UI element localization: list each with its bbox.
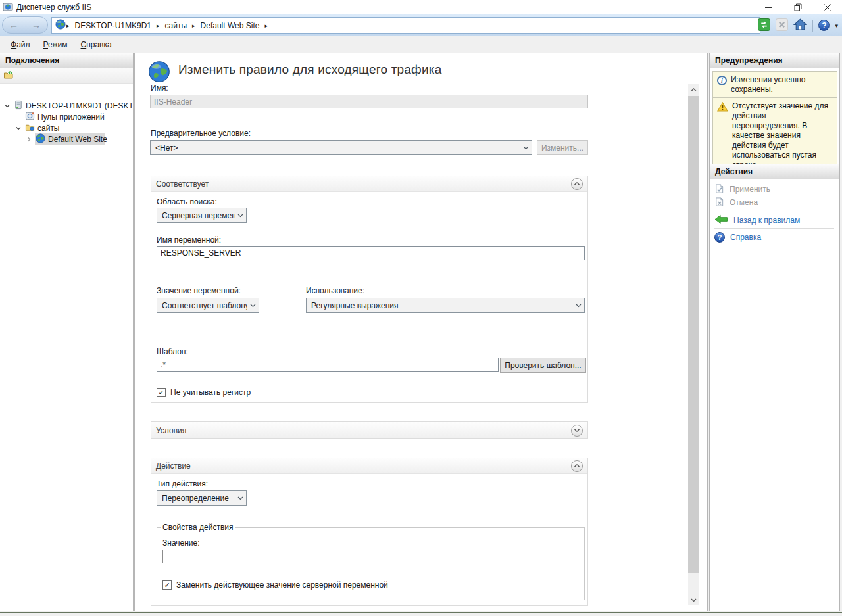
scroll-up-button[interactable]	[688, 84, 699, 95]
tree-item-label: DESKTOP-U1MK9D1 (DESKTOP	[26, 101, 133, 110]
variable-name-label: Имя переменной:	[157, 235, 221, 245]
back-arrow-icon	[714, 214, 728, 226]
cancel-label: Отмена	[730, 198, 758, 207]
stop-icon[interactable]	[776, 18, 788, 33]
edit-precondition-button[interactable]: Изменить...	[537, 140, 588, 155]
action-section-header: Действие	[151, 458, 587, 474]
test-pattern-button[interactable]: Проверить шаблон...	[500, 358, 586, 373]
apply-doc-icon	[714, 183, 724, 196]
collapse-chevron-up-icon[interactable]	[571, 178, 583, 190]
tree-collapsed-icon[interactable]	[25, 136, 33, 143]
page-globe-icon	[148, 60, 170, 85]
collapse-chevron-up-icon[interactable]	[571, 460, 583, 472]
expand-chevron-down-icon[interactable]	[571, 425, 583, 437]
page-title: Изменить правило для исходящего трафика	[178, 62, 441, 77]
help-icon[interactable]: ?	[818, 20, 830, 31]
close-button[interactable]	[812, 0, 842, 14]
info-icon: i	[717, 76, 727, 85]
address-bar: ← → ▸ DESKTOP-U1MK9D1 ▸ сайты ▸ Default …	[0, 14, 842, 36]
warnings-title: Предупреждения	[715, 56, 783, 65]
save-connection-icon[interactable]	[3, 70, 14, 82]
tree-expanded-icon[interactable]	[4, 103, 11, 109]
alert-text: Изменения успешно сохранены.	[731, 75, 833, 95]
menu-help[interactable]: Справка	[74, 37, 118, 52]
chevron-down-icon	[237, 496, 243, 500]
name-label: Имя:	[151, 83, 168, 93]
back-nav-icon[interactable]: ←	[9, 20, 18, 30]
value-input[interactable]	[162, 550, 580, 563]
chevron-down-icon	[250, 304, 256, 308]
connections-header: Подключения	[0, 53, 133, 68]
variable-value-label: Значение переменной:	[157, 286, 241, 295]
menu-bar: Файл Режим Справка	[0, 36, 842, 53]
precondition-select[interactable]: <Нет>	[150, 140, 532, 155]
tree-item-sites[interactable]: сайты	[0, 122, 133, 133]
iis-manager-window: Диспетчер служб IIS ← → ▸ DESKTOP-U1MK9D…	[0, 0, 842, 616]
value-label: Значение:	[162, 538, 200, 548]
back-to-rules-link[interactable]: Назад к правилам	[714, 214, 800, 227]
restore-button[interactable]	[783, 0, 812, 14]
refresh-icon[interactable]	[758, 18, 770, 33]
action-section-title: Действие	[156, 462, 191, 471]
variable-value-select[interactable]: Соответствует шаблону	[157, 298, 259, 313]
conditions-section: Условия	[151, 421, 588, 439]
chevron-down-icon	[523, 146, 529, 150]
menu-view[interactable]: Режим	[37, 37, 74, 52]
minimize-button[interactable]	[753, 0, 783, 14]
tree-item-label: сайты	[37, 124, 60, 133]
server-icon	[13, 100, 23, 111]
actions-header: Действия	[710, 164, 839, 179]
actions-separator	[714, 212, 834, 212]
precondition-label: Предварительное условие:	[151, 129, 251, 138]
back-to-rules-label: Назад к правилам	[733, 216, 800, 225]
connections-toolbar	[0, 68, 133, 84]
conditions-section-title: Условия	[156, 426, 186, 435]
app-pools-icon	[25, 111, 35, 122]
apply-button[interactable]: Применить	[714, 183, 770, 196]
pattern-input[interactable]	[157, 358, 499, 372]
forward-nav-icon[interactable]: →	[32, 20, 41, 30]
right-column: Предупреждения i Изменения успешно сохра…	[709, 53, 840, 611]
pattern-label: Шаблон:	[157, 347, 188, 356]
tree-expanded-icon[interactable]	[14, 125, 22, 131]
ignore-case-checkbox[interactable]: ✓	[157, 388, 166, 397]
title-bar: Диспетчер служб IIS	[0, 0, 842, 14]
tree-item-server[interactable]: DESKTOP-U1MK9D1 (DESKTOP	[0, 100, 133, 111]
home-icon[interactable]	[793, 18, 807, 33]
scope-select[interactable]: Серверная переменн	[157, 208, 247, 223]
app-icon	[3, 1, 13, 14]
window-title: Диспетчер служб IIS	[16, 3, 91, 12]
scroll-down-button[interactable]	[688, 594, 699, 605]
connections-title: Подключения	[5, 56, 59, 65]
ignore-case-row: ✓ Не учитывать регистр	[157, 388, 251, 397]
action-section: Действие Тип действия: Переопределение С…	[151, 458, 588, 606]
breadcrumb-segment-sites[interactable]: сайты	[161, 21, 192, 30]
vertical-scrollbar[interactable]	[688, 84, 699, 605]
tree-item-app-pools[interactable]: Пулы приложений	[0, 111, 133, 122]
menu-file[interactable]: Файл	[4, 37, 37, 52]
warnings-header: Предупреждения	[710, 53, 839, 68]
help-caret-icon[interactable]: ▾	[835, 22, 838, 29]
help-label: Справка	[730, 233, 761, 242]
replace-value-checkbox[interactable]: ✓	[162, 580, 172, 590]
help-link[interactable]: ? Справка	[714, 231, 761, 244]
match-section-header: Соответствует	[151, 176, 587, 192]
name-input[interactable]	[150, 95, 588, 108]
action-type-label: Тип действия:	[157, 479, 208, 488]
breadcrumb-segment-server[interactable]: DESKTOP-U1MK9D1	[70, 21, 156, 30]
breadcrumb-segment-site[interactable]: Default Web Site	[196, 21, 264, 30]
tree-item-label: Пулы приложений	[37, 112, 105, 122]
action-type-select[interactable]: Переопределение	[157, 490, 247, 506]
breadcrumb-arrow-icon: ▸	[264, 22, 268, 29]
breadcrumb[interactable]: ▸ DESKTOP-U1MK9D1 ▸ сайты ▸ Default Web …	[51, 17, 760, 34]
actions-separator	[714, 228, 834, 229]
tree-item-default-web-site[interactable]: Default Web Site	[0, 133, 133, 145]
variable-name-input[interactable]	[157, 246, 585, 260]
using-select[interactable]: Регулярные выражения	[306, 298, 585, 313]
apply-label: Применить	[730, 185, 770, 194]
help-icon: ?	[714, 232, 725, 243]
cancel-button[interactable]: Отмена	[714, 196, 758, 209]
connections-panel: Подключения DESKTOP-U1MK9D1 (DESKTOP Пул…	[0, 53, 134, 611]
using-label: Использование:	[306, 286, 364, 295]
scrollbar-thumb[interactable]	[688, 96, 699, 573]
